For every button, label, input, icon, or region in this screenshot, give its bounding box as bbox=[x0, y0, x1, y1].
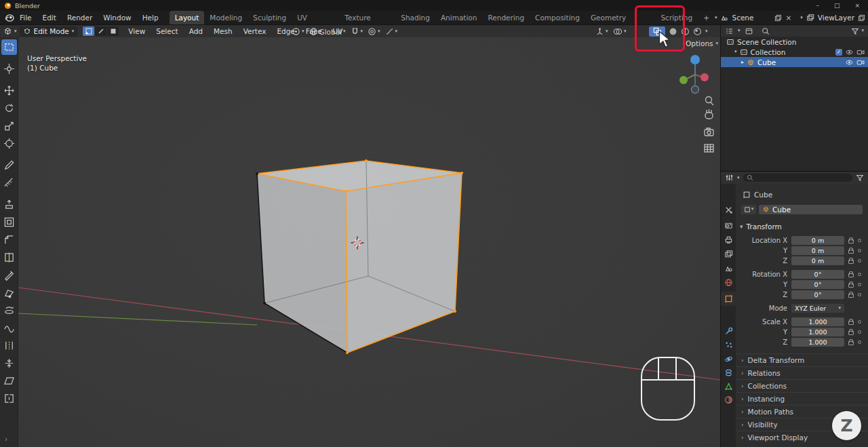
lock-icon[interactable] bbox=[848, 260, 854, 264]
menu-select[interactable]: Select bbox=[152, 27, 182, 35]
tool-box-select[interactable] bbox=[1, 39, 17, 55]
object-name-field[interactable]: Cube bbox=[759, 205, 863, 214]
lock-icon[interactable] bbox=[848, 341, 854, 345]
menu-edit[interactable]: Edit bbox=[37, 14, 62, 22]
tool-extrude-region[interactable] bbox=[1, 197, 17, 212]
animate-dot-icon[interactable] bbox=[858, 283, 861, 286]
new-viewlayer-icon[interactable] bbox=[858, 14, 865, 22]
tab-physics[interactable] bbox=[721, 352, 736, 366]
animate-dot-icon[interactable] bbox=[858, 249, 861, 252]
tab-modeling[interactable]: Modeling bbox=[204, 11, 248, 24]
scene-name[interactable]: Scene bbox=[732, 14, 771, 22]
scale-y-field[interactable]: 1.000 bbox=[791, 328, 844, 336]
menu-mesh[interactable]: Mesh bbox=[210, 27, 237, 35]
tab-object[interactable] bbox=[721, 292, 736, 306]
outliner-editor-icon[interactable] bbox=[725, 27, 734, 35]
tab-compositing[interactable]: Compositing bbox=[530, 11, 585, 24]
editor-type-button[interactable]: ▾ bbox=[3, 26, 17, 36]
shading-rendered-button[interactable] bbox=[693, 26, 702, 37]
menu-file[interactable]: File bbox=[14, 14, 37, 22]
tool-spin[interactable] bbox=[1, 303, 17, 318]
rotation-mode-dropdown[interactable]: XYZ Euler ▾ bbox=[791, 304, 844, 313]
disable-render-camera-icon[interactable] bbox=[856, 59, 865, 66]
minimize-button[interactable]: – bbox=[816, 2, 819, 9]
tool-move[interactable] bbox=[1, 83, 17, 98]
orientation-dropdown[interactable]: Global ▾ bbox=[309, 27, 346, 36]
animate-dot-icon[interactable] bbox=[858, 293, 861, 296]
browse-object-button[interactable]: ▾ bbox=[741, 205, 756, 214]
proportional-edit-toggle[interactable]: ▾ bbox=[368, 27, 380, 36]
snap-toggle[interactable]: ▾ bbox=[351, 27, 363, 36]
tab-tool[interactable] bbox=[721, 203, 736, 217]
panel-instancing[interactable]: ›Instancing bbox=[736, 392, 868, 405]
show-gizmos-dropdown[interactable]: ▾ bbox=[595, 26, 608, 37]
perspective-grid-icon[interactable] bbox=[705, 144, 713, 152]
panel-relations[interactable]: ›Relations bbox=[736, 366, 868, 379]
falloff-dropdown[interactable]: ▾ bbox=[385, 27, 398, 36]
unlink-scene-icon[interactable]: × bbox=[785, 14, 791, 22]
gizmo-y-axis[interactable] bbox=[679, 76, 688, 84]
properties-search-input[interactable] bbox=[743, 174, 852, 182]
shading-options-chevron[interactable]: ▾ bbox=[705, 26, 708, 37]
rotation-z-field[interactable]: 0° bbox=[791, 290, 844, 299]
tab-uv-editing[interactable]: UV Editing bbox=[292, 11, 339, 24]
animate-dot-icon[interactable] bbox=[858, 259, 861, 263]
new-scene-icon[interactable] bbox=[774, 14, 782, 22]
location-x-field[interactable]: 0 m bbox=[791, 236, 844, 245]
viewport-3d[interactable]: User Perspective (1) Cube Options ▾ bbox=[18, 37, 720, 447]
display-mode-icon[interactable] bbox=[745, 27, 753, 35]
cube-expand-icon[interactable]: ▸ bbox=[741, 60, 744, 65]
rotation-x-field[interactable]: 0° bbox=[791, 270, 844, 279]
gizmo-neg-z-axis[interactable] bbox=[692, 86, 699, 94]
snap-chevron-icon[interactable]: ▾ bbox=[361, 29, 363, 34]
panel-collections[interactable]: ›Collections bbox=[736, 379, 868, 392]
viewlayer-browse-chevron-icon[interactable]: ▾ bbox=[800, 16, 803, 20]
maximize-button[interactable]: □ bbox=[834, 2, 840, 9]
search-icon[interactable] bbox=[762, 27, 770, 35]
tool-shrink-flatten[interactable] bbox=[1, 355, 17, 371]
viewport-canvas[interactable] bbox=[18, 37, 720, 447]
panel-delta-transform[interactable]: ›Delta Transform bbox=[736, 353, 868, 366]
animate-dot-icon[interactable] bbox=[858, 341, 861, 344]
outliner-editor-chevron-icon[interactable]: ▾ bbox=[738, 28, 741, 33]
row-collection[interactable]: ▾ Collection ✓ bbox=[721, 47, 868, 57]
tool-measure[interactable] bbox=[1, 175, 17, 191]
tab-texture-paint[interactable]: Texture Paint bbox=[339, 11, 395, 24]
tool-poly-build[interactable] bbox=[1, 285, 17, 300]
tab-render[interactable] bbox=[721, 218, 736, 233]
lock-icon[interactable] bbox=[848, 239, 854, 244]
tool-rip-region[interactable] bbox=[1, 391, 17, 406]
gizmo-x-axis[interactable] bbox=[701, 73, 709, 81]
proportional-chevron-icon[interactable]: ▾ bbox=[378, 29, 380, 34]
breadcrumb-object-name[interactable]: Cube bbox=[754, 191, 772, 199]
lock-icon[interactable] bbox=[848, 321, 854, 325]
animate-dot-icon[interactable] bbox=[858, 330, 861, 334]
tool-transform[interactable] bbox=[1, 136, 17, 151]
row-cube-selected[interactable]: ▸ Cube bbox=[721, 57, 868, 67]
close-button[interactable]: × bbox=[854, 2, 860, 9]
show-overlays-dropdown[interactable]: ▾ bbox=[613, 26, 627, 37]
tab-world[interactable] bbox=[721, 275, 736, 290]
lock-icon[interactable] bbox=[848, 273, 854, 277]
rotation-y-field[interactable]: 0° bbox=[791, 280, 844, 289]
viewlayer-name[interactable]: ViewLayer bbox=[818, 14, 854, 22]
tab-shading[interactable]: Shading bbox=[395, 11, 435, 24]
filter-dropdown[interactable]: ▾ bbox=[851, 27, 864, 35]
blender-logo-icon[interactable] bbox=[4, 14, 14, 22]
lock-icon[interactable] bbox=[848, 331, 854, 335]
scale-z-field[interactable]: 1.000 bbox=[791, 338, 844, 347]
disable-render-camera-icon[interactable] bbox=[856, 49, 865, 56]
tool-scale[interactable] bbox=[1, 118, 17, 134]
edge-select-button[interactable] bbox=[95, 26, 106, 36]
collection-checkbox[interactable]: ✓ bbox=[835, 49, 842, 56]
pan-hand-icon[interactable] bbox=[705, 109, 713, 119]
filter-funnel-icon[interactable] bbox=[856, 174, 864, 182]
menu-help[interactable]: Help bbox=[137, 14, 164, 22]
tab-constraints[interactable] bbox=[721, 366, 736, 380]
location-z-field[interactable]: 0 m bbox=[791, 256, 844, 265]
cube-mesh[interactable] bbox=[256, 159, 463, 354]
tool-smooth[interactable] bbox=[1, 320, 17, 336]
tool-shear[interactable] bbox=[1, 373, 17, 389]
lock-icon[interactable] bbox=[848, 250, 854, 254]
hide-viewport-eye-icon[interactable] bbox=[845, 59, 854, 66]
